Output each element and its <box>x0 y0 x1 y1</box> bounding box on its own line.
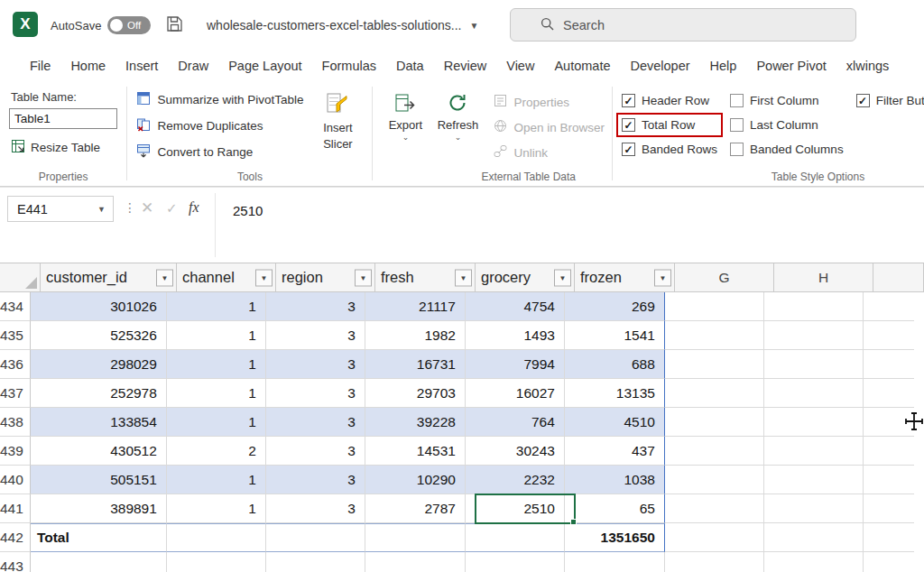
column-header-customer-id[interactable]: customer_id ▼ <box>41 263 177 292</box>
cell-frozen[interactable]: 688 <box>565 350 665 379</box>
last-column-checkbox[interactable]: Last Column <box>730 118 844 132</box>
empty-cell[interactable] <box>665 466 764 494</box>
banded-rows-checkbox[interactable]: Banded Rows <box>622 143 717 156</box>
tab-draw[interactable]: Draw <box>168 50 218 81</box>
filter-dropdown-icon[interactable]: ▼ <box>355 269 372 286</box>
cell-frozen[interactable]: 269 <box>565 292 665 321</box>
remove-duplicates-button[interactable]: Remove Duplicates <box>136 117 303 134</box>
empty-cell[interactable] <box>864 379 914 408</box>
filter-dropdown-icon[interactable]: ▼ <box>554 269 571 286</box>
cell-customer-id[interactable]: 301026 <box>31 292 167 321</box>
row-number[interactable]: 443 <box>0 552 31 572</box>
empty-cell[interactable] <box>565 552 665 572</box>
empty-cell[interactable] <box>764 321 864 350</box>
empty-cell[interactable] <box>665 408 764 437</box>
empty-cell[interactable] <box>665 494 764 523</box>
cell-customer-id[interactable]: 505151 <box>31 466 167 494</box>
empty-cell[interactable] <box>665 523 764 552</box>
cell-grocery[interactable]: 7994 <box>466 350 565 379</box>
empty-cell[interactable] <box>764 552 864 572</box>
convert-to-range-button[interactable]: Convert to Range <box>136 143 303 161</box>
cell-channel[interactable]: 1 <box>167 408 266 437</box>
row-number[interactable]: 437 <box>0 379 31 408</box>
empty-cell[interactable] <box>864 437 914 466</box>
column-header-frozen[interactable]: frozen ▼ <box>575 263 675 292</box>
tab-view[interactable]: View <box>496 50 544 81</box>
filter-dropdown-icon[interactable]: ▼ <box>255 269 273 286</box>
cell-channel[interactable]: 1 <box>167 321 266 350</box>
empty-cell[interactable] <box>665 292 764 321</box>
row-number[interactable]: 441 <box>0 494 31 523</box>
checkbox-unchecked-icon[interactable] <box>730 94 744 107</box>
empty-cell[interactable] <box>167 552 266 572</box>
row-number[interactable]: 438 <box>0 408 31 437</box>
cell-frozen[interactable]: 437 <box>565 437 665 466</box>
cell-channel[interactable]: 1 <box>167 466 266 494</box>
row-number[interactable]: 442 <box>0 523 31 552</box>
column-header-channel[interactable]: channel ▼ <box>177 263 276 292</box>
cell-fresh[interactable]: 1982 <box>365 321 466 350</box>
save-icon[interactable] <box>166 15 183 36</box>
empty-cell[interactable] <box>764 466 864 494</box>
row-number[interactable]: 436 <box>0 350 31 379</box>
cell-fresh[interactable]: 10290 <box>365 466 466 494</box>
autosave-toggle[interactable]: Off <box>107 16 151 34</box>
banded-columns-checkbox[interactable]: Banded Columns <box>730 143 844 156</box>
tab-developer[interactable]: Developer <box>620 50 699 81</box>
column-header-partial[interactable] <box>873 263 924 292</box>
tab-data[interactable]: Data <box>386 50 434 81</box>
empty-cell[interactable] <box>764 437 864 466</box>
column-header-region[interactable]: region ▼ <box>276 263 375 292</box>
empty-cell[interactable] <box>864 466 914 494</box>
total-label-cell[interactable]: Total <box>31 523 167 552</box>
cell-customer-id[interactable]: 525326 <box>31 321 167 350</box>
empty-cell[interactable] <box>466 523 565 552</box>
name-box[interactable]: E441 ▼ <box>7 196 114 222</box>
frozen-total-cell[interactable]: 1351650 <box>565 523 665 552</box>
cell-fresh[interactable]: 29703 <box>365 379 466 408</box>
empty-cell[interactable] <box>665 379 764 408</box>
cell-region[interactable]: 3 <box>266 350 365 379</box>
checkbox-unchecked-icon[interactable] <box>730 143 744 156</box>
insert-function-icon[interactable]: fx <box>189 199 199 216</box>
cell-region[interactable]: 3 <box>266 321 365 350</box>
cell-grocery[interactable]: 764 <box>466 408 565 437</box>
cell-region[interactable]: 3 <box>266 494 365 523</box>
cell-fresh[interactable]: 2787 <box>365 494 466 523</box>
column-header-grocery[interactable]: grocery ▼ <box>476 263 575 292</box>
formula-bar-content[interactable]: 2510 <box>233 203 263 218</box>
empty-cell[interactable] <box>864 494 914 523</box>
filter-dropdown-icon[interactable]: ▼ <box>455 269 472 286</box>
cell-grocery[interactable]: 4754 <box>466 292 565 321</box>
row-number[interactable]: 435 <box>0 321 31 350</box>
cell-frozen[interactable]: 1038 <box>565 466 665 494</box>
column-header-fresh[interactable]: fresh ▼ <box>375 263 476 292</box>
empty-cell[interactable] <box>31 552 167 572</box>
tab-review[interactable]: Review <box>434 50 497 81</box>
empty-cell[interactable] <box>764 408 864 437</box>
resize-table-button[interactable]: Resize Table <box>11 139 119 156</box>
header-row-checkbox[interactable]: Header Row <box>622 94 717 107</box>
table-name-input[interactable] <box>9 108 117 129</box>
empty-cell[interactable] <box>365 552 466 572</box>
cell-customer-id[interactable]: 252978 <box>31 379 167 408</box>
empty-cell[interactable] <box>665 350 764 379</box>
summarize-with-pivottable-button[interactable]: Summarize with PivotTable <box>136 91 303 108</box>
cell-frozen[interactable]: 65 <box>565 494 665 523</box>
checkbox-unchecked-icon[interactable] <box>730 118 744 132</box>
empty-cell[interactable] <box>864 552 914 572</box>
tab-page-layout[interactable]: Page Layout <box>218 50 311 81</box>
cell-region[interactable]: 3 <box>266 408 365 437</box>
cell-frozen[interactable]: 1541 <box>565 321 665 350</box>
empty-cell[interactable] <box>764 523 864 552</box>
empty-cell[interactable] <box>864 408 914 437</box>
filter-button-checkbox[interactable]: Filter Button <box>856 94 924 107</box>
cell-fresh[interactable]: 21117 <box>365 292 466 321</box>
cell-customer-id[interactable]: 389891 <box>31 494 167 523</box>
cell-region[interactable]: 3 <box>266 292 365 321</box>
cell-region[interactable]: 3 <box>266 437 365 466</box>
cell-fresh[interactable]: 39228 <box>365 408 466 437</box>
checkbox-checked-icon[interactable] <box>856 94 870 107</box>
empty-cell[interactable] <box>764 350 864 379</box>
cell-channel[interactable]: 1 <box>167 350 266 379</box>
